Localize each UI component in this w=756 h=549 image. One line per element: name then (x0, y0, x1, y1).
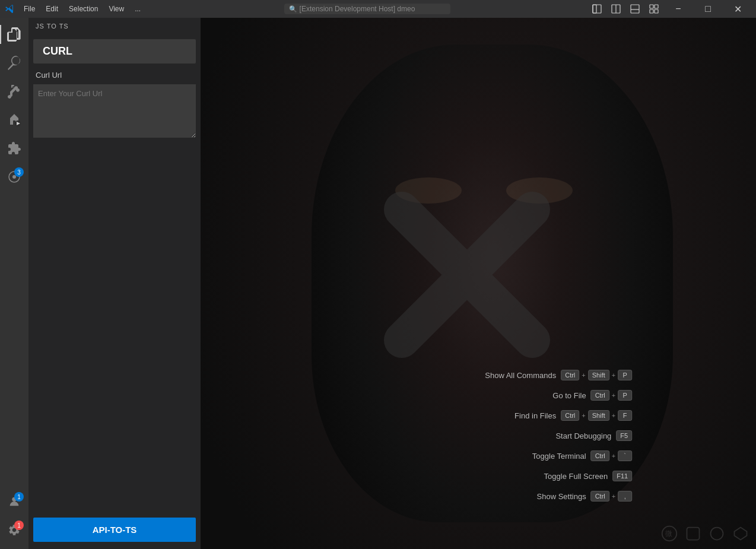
shortcut-row-2: Find in Files Ctrl + Shift + F (461, 410, 632, 421)
api-to-ts-button[interactable]: API-TO-TS (33, 518, 196, 542)
shortcut-keys-5: F11 (612, 471, 632, 481)
settings-badge: 1 (14, 521, 24, 530)
key-comma: , (618, 491, 632, 502)
shortcut-keys-3: F5 (616, 430, 632, 441)
curl-url-input[interactable] (33, 84, 196, 138)
maximize-button[interactable]: □ (694, 0, 722, 18)
shortcut-keys-0: Ctrl + Shift + P (561, 370, 632, 380)
activity-item-run[interactable] (0, 106, 28, 134)
x-mark-overlay (378, 186, 556, 364)
layout-grid-icon[interactable] (646, 1, 662, 17)
key-backtick: ` (618, 450, 632, 461)
svg-rect-9 (655, 9, 658, 13)
svg-marker-21 (735, 528, 747, 540)
svg-rect-1 (593, 5, 601, 13)
layout-sidebar-icon[interactable] (589, 1, 605, 17)
layout-editor-icon[interactable] (608, 1, 624, 17)
menu-view[interactable]: View (104, 4, 129, 14)
social-icon-3 (709, 525, 725, 542)
svg-rect-6 (650, 5, 653, 8)
key-shift-2: Shift (588, 410, 609, 421)
activity-bar-bottom: 1 1 (0, 487, 28, 549)
shortcut-label-3: Start Debugging (516, 431, 611, 440)
shortcut-row-1: Go to File Ctrl + P (461, 390, 632, 401)
key-p2: P (618, 390, 632, 401)
extensions-badge: 3 (14, 167, 24, 177)
curl-title: CURL (33, 39, 196, 64)
shortcut-keys-4: Ctrl + ` (591, 450, 633, 461)
svg-rect-19 (687, 528, 700, 540)
curl-panel: CURL Curl Url (28, 34, 201, 145)
window-controls: − □ ✕ (589, 0, 751, 18)
sidebar-header: JS TO TS (28, 18, 201, 34)
activity-item-accounts[interactable]: 1 (0, 487, 28, 516)
menu-more[interactable]: ... (130, 4, 145, 14)
activity-item-source-control[interactable] (0, 77, 28, 106)
shortcut-label-5: Toggle Full Screen (513, 472, 608, 481)
social-icon-2 (685, 525, 701, 542)
svg-rect-7 (655, 5, 658, 8)
shortcut-keys-2: Ctrl + Shift + F (561, 410, 632, 421)
activity-item-explorer[interactable] (0, 20, 28, 49)
vscode-logo-icon (5, 4, 14, 14)
activity-item-remote[interactable]: 3 (0, 163, 28, 191)
activity-item-settings[interactable]: 1 (0, 516, 28, 544)
shortcut-label-0: Show All Commands (461, 371, 556, 380)
editor-background: Show All Commands Ctrl + Shift + P Go to… (201, 18, 756, 549)
activity-item-extensions[interactable] (0, 134, 28, 163)
shortcut-label-6: Show Settings (491, 492, 586, 501)
key-ctrl: Ctrl (561, 370, 579, 380)
menu-file[interactable]: File (19, 4, 40, 14)
sidebar-panel: JS TO TS CURL Curl Url API-TO-TS (28, 18, 201, 549)
social-icon-4 (732, 525, 749, 542)
shortcut-row-3: Start Debugging F5 (461, 430, 632, 441)
shortcut-label-1: Go to File (491, 391, 586, 400)
title-search-bar[interactable]: 🔍 [Extension Development Host] dmeo (284, 4, 450, 14)
key-ctrl-4: Ctrl (591, 450, 609, 461)
layout-panel-icon[interactable] (627, 1, 643, 17)
shortcut-row-0: Show All Commands Ctrl + Shift + P (461, 370, 632, 380)
key-f: F (618, 410, 632, 421)
svg-rect-0 (593, 5, 596, 13)
activity-bar: 3 1 1 (0, 18, 28, 549)
shortcut-label-2: Find in Files (461, 411, 556, 420)
menu-bar: File Edit Selection View ... (19, 4, 145, 14)
shortcut-keys-1: Ctrl + P (591, 390, 633, 401)
menu-edit[interactable]: Edit (41, 4, 63, 14)
shortcut-label-4: Toggle Terminal (491, 452, 586, 461)
svg-rect-4 (631, 5, 639, 13)
shortcut-keys-6: Ctrl + , (591, 491, 633, 502)
key-p: P (618, 370, 632, 380)
close-button[interactable]: ✕ (724, 0, 751, 18)
key-ctrl-5: Ctrl (591, 491, 609, 502)
shortcuts-overlay: Show All Commands Ctrl + Shift + P Go to… (461, 370, 632, 502)
social-icon-weibo: 微 (661, 525, 678, 542)
shortcut-row-4: Toggle Terminal Ctrl + ` (461, 450, 632, 461)
title-bar: File Edit Selection View ... 🔍 [Extensio… (0, 0, 756, 18)
shortcut-row-6: Show Settings Ctrl + , (461, 491, 632, 502)
accounts-badge: 1 (14, 492, 24, 502)
bottom-icons: 微 (661, 525, 749, 542)
title-bar-left: File Edit Selection View ... (5, 4, 145, 14)
key-ctrl-3: Ctrl (561, 410, 579, 421)
editor-area: Show All Commands Ctrl + Shift + P Go to… (201, 18, 756, 549)
svg-point-20 (711, 528, 723, 540)
minimize-button[interactable]: − (665, 0, 692, 18)
svg-text:微: 微 (665, 529, 672, 538)
curl-url-label: Curl Url (33, 71, 196, 80)
shortcut-row-5: Toggle Full Screen F11 (461, 471, 632, 481)
svg-rect-8 (650, 9, 653, 13)
key-shift: Shift (588, 370, 609, 380)
key-f11: F11 (612, 471, 632, 481)
main-area: 3 1 1 JS TO TS CURL Curl Url API-TO-TS (0, 18, 756, 549)
menu-selection[interactable]: Selection (64, 4, 103, 14)
key-f5: F5 (616, 430, 632, 441)
activity-item-search[interactable] (0, 49, 28, 77)
key-ctrl-2: Ctrl (591, 390, 609, 401)
